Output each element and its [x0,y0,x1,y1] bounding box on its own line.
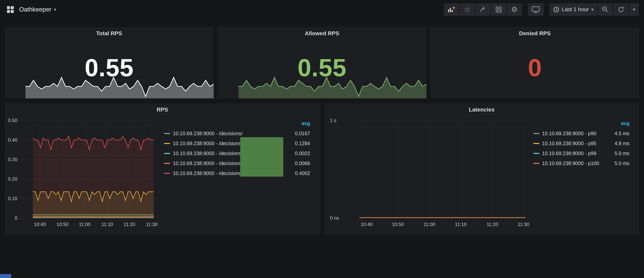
svg-text:10:50: 10:50 [56,222,68,227]
panel-rps-graph: RPS 00.100.200.300.400.5010:4010:5011:00… [4,103,320,235]
series-avg-value: 0.4002 [284,170,310,176]
svg-text:11:10: 11:10 [455,222,466,227]
legend-row[interactable]: 10.10.69.238:9000 - p904.5 ms [533,128,630,138]
series-avg-value: 4.8 ms [604,141,630,146]
svg-text:11:20: 11:20 [124,222,135,227]
time-range-picker[interactable]: Last 1 hour ▾ [550,3,597,16]
time-range-label: Last 1 hour [562,6,589,12]
chevron-down-icon: ▾ [633,7,635,12]
svg-text:11:30: 11:30 [146,222,158,227]
dashboard-picker-button[interactable] [5,4,16,15]
panel-title[interactable]: Total RPS [4,27,214,37]
svg-text:11:10: 11:10 [102,222,113,227]
share-icon [479,6,486,13]
star-icon: ☆ [464,6,470,13]
graph-panel-row: RPS 00.100.200.300.400.5010:4010:5011:00… [4,103,640,235]
panel-title[interactable]: Allowed RPS [218,27,427,37]
svg-text:0 ns: 0 ns [330,215,339,221]
svg-text:0.30: 0.30 [8,157,17,162]
panel-latencies-graph: Latencies 0 ns1 s10:4010:5011:0011:1011:… [324,103,640,235]
series-color-dash [533,143,539,144]
time-controls-group: Last 1 hour ▾ [550,3,639,16]
legend-row[interactable]: 10.10.69.238:9000 - /decisions/0.0022 [164,148,310,158]
series-color-dash [533,163,539,164]
svg-text:10:40: 10:40 [34,222,46,227]
magnifier-icon [602,6,609,13]
series-avg-value: 5.0 ms [604,151,630,156]
legend-row[interactable]: 10.10.69.238:9000 - p1005.0 ms [533,158,630,168]
panel-total-rps: Total RPS 0.55 [4,27,214,98]
series-label: 10.10.69.238:9000 - p100 [542,161,604,166]
legend-row[interactable]: 10.10.69.238:9000 - p995.0 ms [533,148,630,158]
panel-title[interactable]: Denied RPS [430,27,640,37]
series-color-dash [533,133,539,134]
panel-title[interactable]: RPS [4,103,320,113]
save-icon [495,6,502,13]
svg-text:0.10: 0.10 [8,196,17,201]
grafana-dashboard: { "colors": { "accent_blue": "#33b5e5", … [0,0,644,278]
stat-panel-row: Total RPS 0.55 Allowed RPS 0.55 Denied R… [4,27,640,98]
series-avg-value: 5.0 ms [604,161,630,166]
series-color-dash [533,153,539,154]
series-avg-value: 0.0167 [284,131,310,136]
series-label: 10.10.69.238:9000 - /decisions/ [173,131,284,136]
sparkline [218,74,427,98]
legend-avg-header: avg [533,120,630,128]
series-avg-value: 0.0066 [284,161,310,166]
dashboard-actions-group: ☆ ⚙ [444,3,522,16]
panel-denied-rps: Denied RPS 0 [430,27,640,98]
gear-icon: ⚙ [511,6,518,13]
refresh-interval-dropdown[interactable]: ▾ [629,3,639,16]
dashboard-title-text: Oathkeeper [19,6,52,13]
monitor-icon [532,6,540,13]
legend-row[interactable]: 10.10.69.238:9000 - /decisions/0.4002 [164,168,310,178]
star-button[interactable]: ☆ [460,3,475,16]
series-color-dash [164,173,170,174]
clock-icon [553,6,560,13]
svg-text:0.50: 0.50 [8,118,17,123]
zoom-out-button[interactable] [598,3,613,16]
series-avg-value: 4.5 ms [604,131,630,136]
refresh-icon [618,6,624,13]
svg-text:10:40: 10:40 [360,222,372,227]
panel-title[interactable]: Latencies [324,103,640,113]
tv-mode-button[interactable] [528,3,544,16]
refresh-button[interactable] [614,3,629,16]
svg-text:11:00: 11:00 [424,222,435,227]
save-button[interactable] [491,3,506,16]
series-label: 10.10.69.238:9000 - p95 [542,141,604,146]
svg-text:0: 0 [15,215,17,221]
grid-icon [6,5,14,13]
latencies-chart[interactable]: 0 ns1 s10:4010:5011:0011:1011:2011:30 [324,114,529,235]
series-avg-value: 0.0022 [284,151,310,156]
svg-text:11:00: 11:00 [79,222,90,227]
latencies-legend: avg10.10.69.238:9000 - p904.5 ms10.10.69… [529,114,640,168]
legend-row[interactable]: 10.10.69.238:9000 - /decisions/0.1284 [164,138,310,148]
share-button[interactable] [475,3,490,16]
navbar: Oathkeeper ▾ ☆ [0,0,644,19]
dashboard-settings-button[interactable]: ⚙ [507,3,522,16]
add-panel-button[interactable] [444,3,459,16]
green-overlay-box [240,137,283,177]
add-panel-icon [448,6,456,13]
legend-row[interactable]: 10.10.69.238:9000 - p954.8 ms [533,138,630,148]
svg-text:1 s: 1 s [330,118,336,123]
legend-row[interactable]: 10.10.69.238:9000 - /decisions/0.0167 [164,128,310,138]
rps-chart[interactable]: 00.100.200.300.400.5010:4010:5011:0011:1… [4,114,160,235]
sparkline [4,74,214,98]
svg-text:11:20: 11:20 [486,222,498,227]
dashboard-title[interactable]: Oathkeeper ▾ [19,6,56,13]
svg-text:0.20: 0.20 [8,176,17,182]
stat-value: 0 [430,53,640,82]
chevron-down-icon: ▾ [591,7,594,12]
series-label: 10.10.69.238:9000 - p90 [542,131,604,136]
series-color-dash [164,163,170,164]
svg-text:0.40: 0.40 [8,137,17,143]
series-avg-value: 0.1284 [284,141,310,146]
panel-allowed-rps: Allowed RPS 0.55 [218,27,427,98]
legend-row[interactable]: 10.10.69.238:9000 - /decisions/0.0066 [164,158,310,168]
svg-text:11:30: 11:30 [518,222,529,227]
series-color-dash [164,153,170,154]
bottom-left-blue-artifact [0,274,11,278]
legend-avg-header: avg [164,120,310,128]
